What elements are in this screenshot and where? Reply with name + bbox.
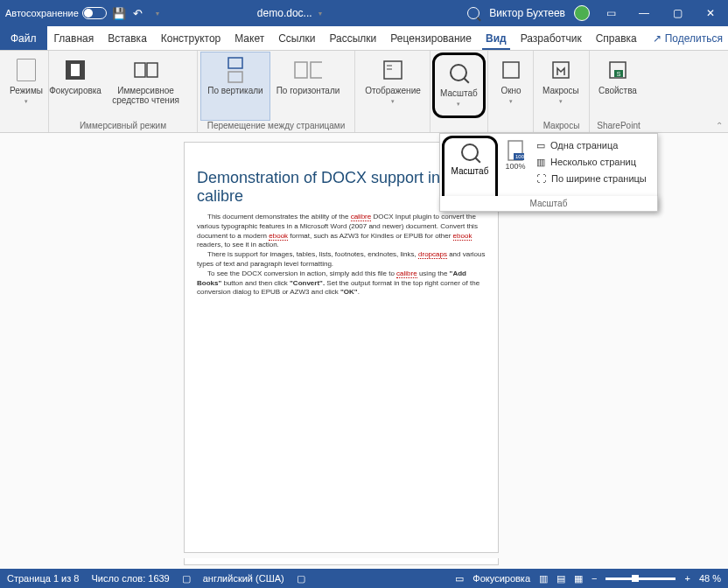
page-width-button[interactable]: ⛶По ширине страницы [536, 171, 652, 186]
svg-rect-6 [384, 61, 402, 79]
vertical-pages-icon [221, 56, 249, 84]
page-width-icon: ⛶ [536, 173, 546, 184]
tab-view[interactable]: Вид [479, 26, 514, 50]
tab-references[interactable]: Ссылки [271, 26, 322, 50]
macros-icon [547, 56, 575, 84]
tab-developer[interactable]: Разработчик [514, 26, 589, 50]
one-page-icon: ▭ [536, 140, 545, 151]
autosave-toggle[interactable]: Автосохранение [5, 7, 107, 19]
zoom-slider[interactable] [606, 578, 676, 580]
book-icon [132, 56, 160, 84]
spellcheck-icon[interactable]: ▢ [182, 573, 191, 584]
focus-button[interactable]: Фокусировка [52, 52, 98, 120]
read-mode-icon[interactable]: ▤ [556, 573, 565, 584]
ribbon: Режимы▾ Фокусировка Иммерсивное средство… [0, 51, 728, 133]
zoom-out-icon[interactable]: − [592, 573, 597, 584]
display-button[interactable]: Отображение▾ [359, 52, 427, 120]
horizontal-nav-button[interactable]: По горизонтали [270, 52, 346, 120]
immersive-reader-button[interactable]: Иммерсивное средство чтения [98, 52, 193, 120]
page-indicator[interactable]: Страница 1 из 8 [7, 573, 79, 584]
status-focus[interactable]: Фокусировка [472, 573, 530, 584]
focus-icon [61, 56, 89, 84]
search-icon[interactable] [466, 6, 480, 20]
close-button[interactable]: ✕ [698, 7, 723, 19]
tab-design[interactable]: Конструктор [154, 26, 228, 50]
tab-home[interactable]: Главная [47, 26, 102, 50]
avatar[interactable] [574, 5, 590, 21]
ribbon-mode-icon[interactable]: ▭ [598, 7, 623, 19]
zoom-icon [444, 59, 472, 87]
macros-button[interactable]: Макросы▾ [537, 52, 584, 120]
collapse-ribbon-icon[interactable]: ⌃ [716, 121, 723, 130]
qat-dropdown-icon[interactable]: ▼ [150, 6, 164, 20]
svg-rect-9 [503, 62, 519, 78]
word-count[interactable]: Число слов: 1639 [91, 573, 169, 584]
sharepoint-icon: S [604, 56, 632, 84]
svg-text:100: 100 [515, 154, 524, 159]
share-button[interactable]: ↗Поделиться [644, 26, 728, 50]
web-layout-icon[interactable]: ▦ [574, 573, 583, 584]
doc-dropdown-icon[interactable]: ▼ [318, 10, 324, 17]
one-page-button[interactable]: ▭Одна страница [536, 137, 652, 154]
zoom-button[interactable]: Масштаб▾ [432, 52, 486, 118]
user-name[interactable]: Виктор Бухтеев [489, 7, 565, 19]
svg-rect-4 [295, 62, 307, 78]
tab-review[interactable]: Рецензирование [383, 26, 479, 50]
save-icon[interactable]: 💾 [112, 6, 126, 20]
properties-button[interactable]: S Свойства [593, 52, 642, 120]
svg-rect-1 [71, 64, 80, 76]
language-indicator[interactable]: английский (США) [203, 573, 284, 584]
tab-help[interactable]: Справка [589, 26, 644, 50]
views-button[interactable]: Режимы▾ [4, 52, 49, 120]
minimize-button[interactable]: — [632, 7, 656, 19]
page-100-icon: 100 [507, 139, 524, 162]
display-icon [379, 56, 407, 84]
horizontal-pages-icon [294, 56, 322, 84]
accessibility-icon[interactable]: ▢ [297, 573, 305, 584]
views-icon [12, 56, 40, 84]
svg-rect-5 [311, 62, 322, 78]
ribbon-tabs: Файл Главная Вставка Конструктор Макет С… [0, 26, 728, 51]
svg-text:S: S [617, 71, 621, 77]
tab-insert[interactable]: Вставка [101, 26, 154, 50]
maximize-button[interactable]: ▢ [665, 7, 690, 19]
doc-body: This document demonstrates the ability o… [185, 206, 498, 304]
zoom-in-icon[interactable]: + [684, 573, 690, 584]
window-icon [497, 56, 525, 84]
multi-page-icon: ▥ [536, 157, 545, 168]
tab-layout[interactable]: Макет [228, 26, 271, 50]
undo-icon[interactable]: ↶ [131, 6, 145, 20]
zoom-group-label: Масштаб [439, 196, 658, 212]
focus-view-icon[interactable]: ▭ [455, 573, 464, 584]
tab-file[interactable]: Файл [0, 26, 47, 50]
document-title[interactable]: demo.doc... [257, 7, 312, 19]
zoom-icon [461, 144, 479, 161]
svg-rect-10 [553, 62, 569, 78]
svg-rect-3 [228, 72, 242, 82]
tab-mailings[interactable]: Рассылки [322, 26, 383, 50]
window-button[interactable]: Окно▾ [492, 52, 530, 120]
vertical-nav-button[interactable]: По вертикали [201, 52, 270, 120]
zoom-percent[interactable]: 48 % [699, 573, 721, 584]
svg-rect-2 [228, 58, 242, 68]
share-icon: ↗ [653, 32, 662, 45]
next-page-peek [184, 558, 499, 565]
multi-page-button[interactable]: ▥Несколько страниц [536, 154, 652, 171]
print-layout-icon[interactable]: ▥ [539, 573, 548, 584]
title-bar: Автосохранение 💾 ↶ ▼ demo.doc... ▼ Викто… [0, 0, 728, 26]
status-bar: Страница 1 из 8 Число слов: 1639 ▢ англи… [0, 569, 728, 588]
